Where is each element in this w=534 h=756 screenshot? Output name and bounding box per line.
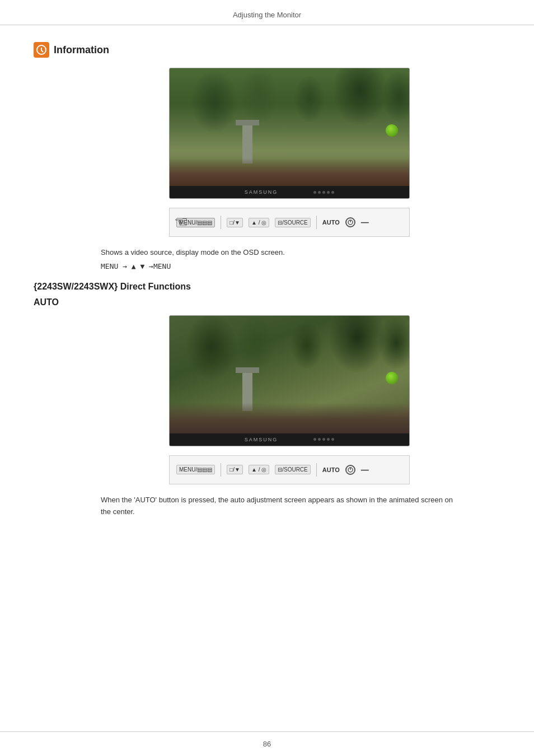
osd-bar-1: ☜ MENU/▤▤▤ □/▼ ▲ / ◎ ⊟/SOURCE AUTO xyxy=(169,208,410,237)
osd-btn4-2[interactable]: ⊟/SOURCE xyxy=(275,465,311,474)
page-container: Adjusting the Monitor Information xyxy=(0,0,534,756)
monitor-bottom-bar-1: SAMSUNG xyxy=(170,186,409,198)
osd-menu-button-2[interactable]: MENU/▤▤▤ xyxy=(176,465,215,474)
green-ball-decoration-2 xyxy=(386,372,398,384)
osd-wrapper-2: MENU/▤▤▤ □/▼ ▲ / ◎ ⊟/SOURCE AUTO xyxy=(78,455,500,484)
monitor-screen-2 xyxy=(170,316,409,433)
osd-separator-2 xyxy=(316,216,317,229)
osd-bar-2: MENU/▤▤▤ □/▼ ▲ / ◎ ⊟/SOURCE AUTO xyxy=(169,455,410,484)
osd-separator-1 xyxy=(221,216,221,229)
header-title: Adjusting the Monitor xyxy=(233,11,301,19)
hand-cursor-overlay: ☜ xyxy=(174,213,188,231)
pagoda-decoration-2 xyxy=(242,372,252,411)
osd-btn3[interactable]: ▲ / ◎ xyxy=(249,218,269,227)
monitor-display-1: SAMSUNG xyxy=(169,68,410,199)
samsung-brand-label: SAMSUNG xyxy=(245,189,278,195)
menu-path: MENU → ▲ ▼ →MENU xyxy=(101,262,500,270)
monitor-image-1: SAMSUNG xyxy=(78,68,500,199)
osd-separator-3 xyxy=(221,463,221,477)
information-heading-text: Information xyxy=(54,44,109,56)
auto-heading: AUTO xyxy=(34,297,500,307)
monitor-controls-1 xyxy=(313,191,334,194)
direct-functions-heading: {2243SW/2243SWX} Direct Functions xyxy=(34,282,500,292)
page-footer: 86 xyxy=(0,731,534,756)
information-section-heading: Information xyxy=(34,42,500,58)
osd-minus-label-2: — xyxy=(361,465,369,474)
osd-power-button-2[interactable] xyxy=(345,465,355,475)
pagoda-decoration xyxy=(242,124,252,164)
osd-wrapper-1: ☜ MENU/▤▤▤ □/▼ ▲ / ◎ ⊟/SOURCE AUTO xyxy=(78,208,500,237)
auto-description: When the 'AUTO' button is pressed, the a… xyxy=(101,494,465,518)
monitor-display-2: SAMSUNG xyxy=(169,315,410,446)
osd-btn4[interactable]: ⊟/SOURCE xyxy=(275,218,311,227)
osd-power-button[interactable] xyxy=(345,217,355,227)
samsung-brand-label-2: SAMSUNG xyxy=(245,437,278,442)
monitor-bottom-bar-2: SAMSUNG xyxy=(170,433,409,446)
content-area: Information SAMSUNG xyxy=(0,25,534,540)
info-icon xyxy=(34,42,49,58)
osd-btn3-2[interactable]: ▲ / ◎ xyxy=(249,465,269,474)
monitor-controls-2 xyxy=(313,438,334,441)
page-number: 86 xyxy=(263,740,271,748)
osd-minus-label: — xyxy=(361,218,369,227)
monitor-image-2: SAMSUNG xyxy=(78,315,500,446)
osd-btn2[interactable]: □/▼ xyxy=(227,218,243,227)
osd-auto-label-2: AUTO xyxy=(322,466,340,473)
svg-line-2 xyxy=(41,50,43,52)
osd-btn2-2[interactable]: □/▼ xyxy=(227,465,243,474)
page-header: Adjusting the Monitor xyxy=(0,0,534,25)
osd-separator-4 xyxy=(316,463,317,477)
green-ball-decoration xyxy=(386,124,398,137)
monitor-screen-1 xyxy=(170,68,409,186)
osd-auto-label: AUTO xyxy=(322,219,340,226)
information-description: Shows a video source, display mode on th… xyxy=(101,247,500,259)
